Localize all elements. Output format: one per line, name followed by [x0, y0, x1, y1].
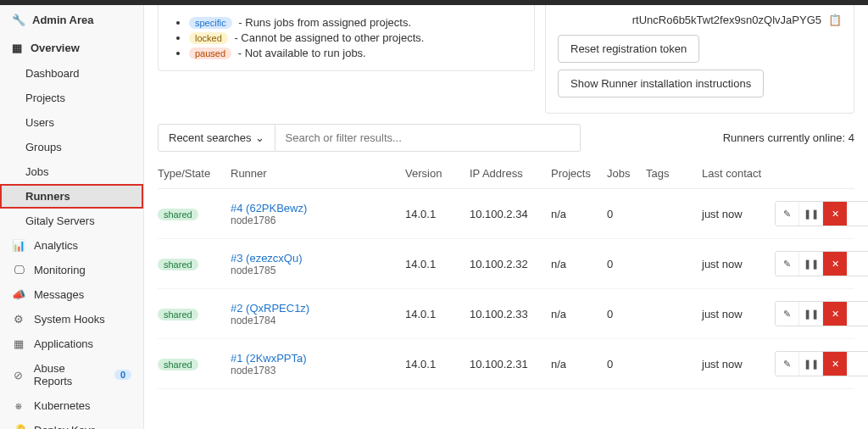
sidebar-item-applications[interactable]: ▦Applications — [0, 332, 143, 356]
overview-section[interactable]: ▦ Overview — [0, 35, 143, 61]
runner-link[interactable]: #1 (2KwxPPTa) — [231, 352, 307, 365]
sidebar: 🔧 Admin Area ▦ Overview DashboardProject… — [0, 5, 144, 429]
sidebar-item-jobs[interactable]: Jobs — [0, 159, 143, 184]
cell-last: just now — [702, 208, 770, 220]
sidebar-item-label: Users — [25, 116, 54, 129]
runner-link[interactable]: #3 (ezezcxQu) — [231, 252, 303, 265]
edit-runner-button[interactable]: ✎ — [776, 352, 799, 376]
close-icon: ✕ — [832, 209, 839, 220]
table-row: shared#2 (QxRPEC1z)node178414.0.110.100.… — [158, 289, 854, 339]
abuse-reports-icon: ⊘ — [12, 369, 25, 382]
pencil-icon: ✎ — [783, 359, 791, 370]
sidebar-item-abuse-reports[interactable]: ⊘Abuse Reports0 — [0, 356, 143, 393]
close-icon: ✕ — [832, 359, 839, 370]
sidebar-item-label: Monitoring — [34, 264, 86, 276]
column-header: Projects — [551, 167, 602, 180]
analytics-icon: 📊 — [12, 239, 25, 252]
sidebar-item-projects[interactable]: Projects — [0, 86, 143, 110]
runner-link[interactable]: #2 (QxRPEC1z) — [231, 302, 309, 315]
column-header: Last contact — [702, 167, 770, 180]
admin-area-title: Admin Area — [32, 14, 93, 26]
overview-icon: ▦ — [12, 42, 22, 54]
sidebar-item-label: Groups — [25, 141, 62, 153]
sidebar-item-label: Applications — [34, 337, 93, 350]
pause-icon: ❚❚ — [804, 309, 819, 320]
pause-runner-button[interactable]: ❚❚ — [799, 302, 823, 326]
sidebar-item-system-hooks[interactable]: ⚙System Hooks — [0, 307, 143, 332]
cell-jobs: 0 — [607, 208, 641, 220]
column-header: Version — [405, 167, 465, 180]
sidebar-item-groups[interactable]: Groups — [0, 135, 143, 159]
runner-type-legend: specific - Runs jobs from assigned proje… — [158, 5, 535, 71]
runners-online-count: Runners currently online: 4 — [723, 131, 854, 144]
runner-node: node1784 — [231, 315, 400, 326]
runner-state-tag: shared — [158, 359, 198, 370]
column-header: Jobs — [607, 167, 641, 180]
pause-icon: ❚❚ — [804, 359, 819, 370]
messages-icon: 📣 — [12, 288, 25, 301]
cell-ip: 10.100.2.31 — [470, 358, 546, 370]
runners-table: Type/StateRunnerVersionIP AddressProject… — [158, 159, 854, 389]
legend-desc: - Runs jobs from assigned projects. — [236, 16, 411, 29]
sidebar-item-messages[interactable]: 📣Messages — [0, 282, 143, 307]
sidebar-item-gitaly-servers[interactable]: Gitaly Servers — [0, 209, 143, 233]
show-instructions-button[interactable]: Show Runner installation instructions — [558, 70, 764, 98]
sidebar-item-label: Abuse Reports — [34, 362, 106, 387]
copy-token-icon[interactable]: 📋 — [828, 14, 842, 26]
pause-runner-button[interactable]: ❚❚ — [799, 352, 823, 376]
sidebar-item-monitoring[interactable]: 🖵Monitoring — [0, 258, 143, 282]
runner-state-tag: shared — [158, 259, 198, 270]
close-icon: ✕ — [832, 259, 839, 270]
edit-runner-button[interactable]: ✎ — [776, 252, 799, 276]
table-row: shared#4 (62PKBewz)node178614.0.110.100.… — [158, 189, 854, 239]
table-row: shared#3 (ezezcxQu)node178514.0.110.100.… — [158, 239, 854, 289]
legend-desc: - Not available to run jobs. — [235, 47, 366, 59]
sidebar-item-deploy-keys[interactable]: 🔑Deploy Keys — [0, 418, 143, 429]
pause-icon: ❚❚ — [804, 259, 819, 270]
search-input[interactable] — [275, 124, 581, 152]
row-actions: ✎❚❚✕ — [775, 301, 868, 326]
column-header: Runner — [231, 167, 400, 180]
edit-runner-button[interactable]: ✎ — [776, 302, 799, 326]
sidebar-item-label: Runners — [25, 190, 70, 203]
remove-runner-button[interactable]: ✕ — [823, 202, 847, 226]
pause-runner-button[interactable]: ❚❚ — [799, 252, 823, 276]
recent-searches-dropdown[interactable]: Recent searches ⌄ — [158, 124, 275, 152]
sidebar-item-dashboard[interactable]: Dashboard — [0, 61, 143, 86]
legend-item: paused - Not available to run jobs. — [189, 47, 522, 59]
pencil-icon: ✎ — [783, 259, 791, 270]
remove-runner-button[interactable]: ✕ — [823, 302, 847, 326]
overview-label: Overview — [31, 42, 80, 54]
edit-runner-button[interactable]: ✎ — [776, 202, 799, 226]
sidebar-item-runners[interactable]: Runners — [0, 184, 143, 209]
cell-ip: 10.100.2.32 — [470, 258, 546, 270]
sidebar-item-label: Deploy Keys — [34, 424, 96, 429]
wrench-icon: 🔧 — [12, 14, 25, 26]
tag-paused: paused — [189, 47, 231, 59]
sidebar-item-analytics[interactable]: 📊Analytics — [0, 233, 143, 258]
pause-runner-button[interactable]: ❚❚ — [799, 202, 823, 226]
sidebar-item-kubernetes[interactable]: ⎈Kubernetes — [0, 393, 143, 418]
chevron-down-icon: ⌄ — [255, 131, 264, 144]
runner-link[interactable]: #4 (62PKBewz) — [231, 202, 307, 214]
cell-version: 14.0.1 — [405, 208, 465, 220]
pencil-icon: ✎ — [783, 309, 791, 320]
cell-ip: 10.100.2.33 — [470, 308, 546, 320]
cell-projects: n/a — [551, 208, 602, 220]
sidebar-item-users[interactable]: Users — [0, 110, 143, 135]
reset-token-button[interactable]: Reset registration token — [558, 35, 699, 63]
cell-projects: n/a — [551, 358, 602, 370]
cell-last: just now — [702, 358, 770, 370]
recent-searches-label: Recent searches — [169, 131, 252, 144]
pencil-icon: ✎ — [783, 209, 791, 220]
cell-projects: n/a — [551, 258, 602, 270]
sidebar-item-label: Kubernetes — [34, 399, 91, 412]
sidebar-item-label: Analytics — [34, 239, 78, 252]
remove-runner-button[interactable]: ✕ — [823, 252, 847, 276]
cell-jobs: 0 — [607, 358, 641, 370]
remove-runner-button[interactable]: ✕ — [823, 352, 847, 376]
sidebar-item-label: System Hooks — [34, 313, 105, 326]
runner-state-tag: shared — [158, 209, 198, 220]
column-header: Tags — [646, 167, 697, 180]
sidebar-item-label: Gitaly Servers — [25, 214, 95, 227]
